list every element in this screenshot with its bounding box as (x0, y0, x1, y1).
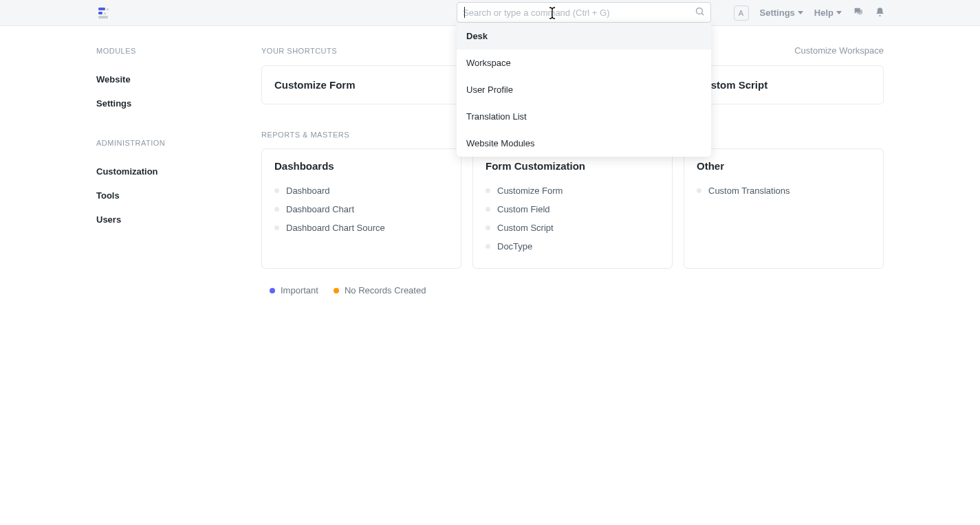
card-item-label: Dashboard (286, 186, 330, 196)
card-item-custom-translations[interactable]: Custom Translations (697, 181, 871, 200)
legend: Important No Records Created (261, 282, 884, 298)
shortcut-label: Customize Form (274, 79, 356, 91)
card-item-label: Custom Script (497, 223, 554, 233)
navbar: Desk Workspace User Profile Translation … (0, 0, 980, 26)
sidebar-item-label: Customization (96, 166, 158, 177)
customize-link-label: Customize Workspace (794, 45, 884, 56)
card-title: Other (697, 160, 871, 172)
svg-line-6 (701, 13, 704, 15)
user-avatar[interactable]: A (734, 5, 749, 21)
card-other: Other Custom Translations (684, 148, 884, 269)
card-item-doctype[interactable]: DocType (486, 237, 660, 256)
card-item-dashboard-chart[interactable]: Dashboard Chart (274, 200, 448, 219)
chevron-down-icon (836, 11, 842, 14)
card-item-label: DocType (497, 241, 532, 252)
status-dot-icon (486, 244, 490, 249)
user-initial: A (739, 9, 743, 17)
settings-label: Settings (760, 8, 795, 18)
svg-rect-0 (98, 8, 105, 10)
status-dot-icon (274, 207, 279, 212)
dropdown-item-label: Website Modules (466, 138, 534, 148)
svg-rect-1 (107, 8, 109, 10)
sidebar-section-modules: MODULES Website Settings (96, 47, 261, 115)
svg-rect-3 (104, 12, 106, 14)
svg-rect-4 (98, 16, 108, 19)
status-dot-icon (274, 225, 279, 230)
legend-item-norecords: No Records Created (334, 285, 426, 295)
sidebar-item-users[interactable]: Users (96, 208, 261, 232)
status-dot-icon (486, 188, 490, 193)
card-dashboards: Dashboards Dashboard Dashboard Chart Das… (261, 148, 461, 269)
help-menu[interactable]: Help (814, 8, 842, 18)
section-title: YOUR SHORTCUTS (261, 47, 337, 55)
search-icon (695, 6, 705, 19)
text-caret (464, 7, 465, 18)
card-item-label: Custom Translations (708, 186, 790, 196)
dropdown-item-label: Workspace (466, 58, 511, 68)
card-item-custom-script[interactable]: Custom Script (486, 219, 660, 237)
dropdown-item-translation-list[interactable]: Translation List (457, 103, 711, 130)
settings-menu[interactable]: Settings (760, 8, 803, 18)
dropdown-item-workspace[interactable]: Workspace (457, 49, 711, 76)
search-container: Desk Workspace User Profile Translation … (457, 2, 711, 23)
card-form-customization: Form Customization Customize Form Custom… (472, 148, 673, 269)
status-dot-icon (486, 207, 490, 212)
sidebar-item-label: Tools (96, 190, 120, 201)
svg-rect-2 (98, 12, 102, 14)
app-logo[interactable] (98, 5, 114, 21)
card-item-customize-form[interactable]: Customize Form (486, 181, 660, 200)
bell-icon[interactable] (875, 7, 885, 19)
shortcut-customize-form[interactable]: Customize Form (261, 65, 461, 104)
legend-label: No Records Created (345, 285, 426, 295)
dropdown-item-label: User Profile (466, 85, 513, 95)
svg-point-5 (697, 8, 703, 14)
sidebar-item-settings[interactable]: Settings (96, 91, 261, 115)
sidebar-section-title: ADMINISTRATION (96, 139, 261, 147)
legend-dot-icon (270, 288, 275, 293)
card-item-dashboard-chart-source[interactable]: Dashboard Chart Source (274, 219, 448, 237)
status-dot-icon (486, 225, 490, 230)
sidebar-item-label: Users (96, 214, 121, 225)
legend-item-important: Important (270, 285, 318, 295)
sidebar-section-title: MODULES (96, 47, 261, 55)
sidebar-item-customization[interactable]: Customization (96, 159, 261, 183)
search-dropdown: Desk Workspace User Profile Translation … (457, 23, 711, 157)
legend-label: Important (281, 285, 318, 295)
chat-icon[interactable] (853, 6, 864, 19)
card-item-dashboard[interactable]: Dashboard (274, 181, 448, 200)
card-item-label: Dashboard Chart (286, 204, 354, 214)
cards-row: Dashboards Dashboard Dashboard Chart Das… (261, 148, 884, 269)
navbar-right: A Settings Help (734, 5, 885, 21)
customize-workspace-link[interactable]: Customize Workspace (794, 45, 884, 56)
card-title: Dashboards (274, 160, 448, 172)
dropdown-item-label: Desk (466, 31, 488, 41)
legend-dot-icon (334, 288, 339, 293)
sidebar-section-administration: ADMINISTRATION Customization Tools Users (96, 139, 261, 232)
card-item-label: Custom Field (497, 204, 550, 214)
search-input[interactable] (463, 8, 695, 18)
sidebar-item-label: Website (96, 74, 131, 85)
dropdown-item-label: Translation List (466, 111, 527, 122)
sidebar: MODULES Website Settings ADMINISTRATION … (96, 26, 261, 298)
dropdown-item-website-modules[interactable]: Website Modules (457, 130, 711, 157)
card-item-label: Dashboard Chart Source (286, 223, 385, 233)
dropdown-item-user-profile[interactable]: User Profile (457, 76, 711, 103)
card-title: Form Customization (486, 160, 660, 172)
card-item-custom-field[interactable]: Custom Field (486, 200, 660, 219)
status-dot-icon (274, 188, 279, 193)
sidebar-item-label: Settings (96, 98, 131, 109)
card-item-label: Customize Form (497, 186, 563, 196)
status-dot-icon (697, 188, 701, 193)
search-box[interactable] (457, 2, 711, 23)
dropdown-item-desk[interactable]: Desk (457, 23, 711, 49)
sidebar-item-website[interactable]: Website (96, 67, 261, 91)
help-label: Help (814, 8, 834, 18)
chevron-down-icon (798, 11, 803, 14)
sidebar-item-tools[interactable]: Tools (96, 183, 261, 208)
